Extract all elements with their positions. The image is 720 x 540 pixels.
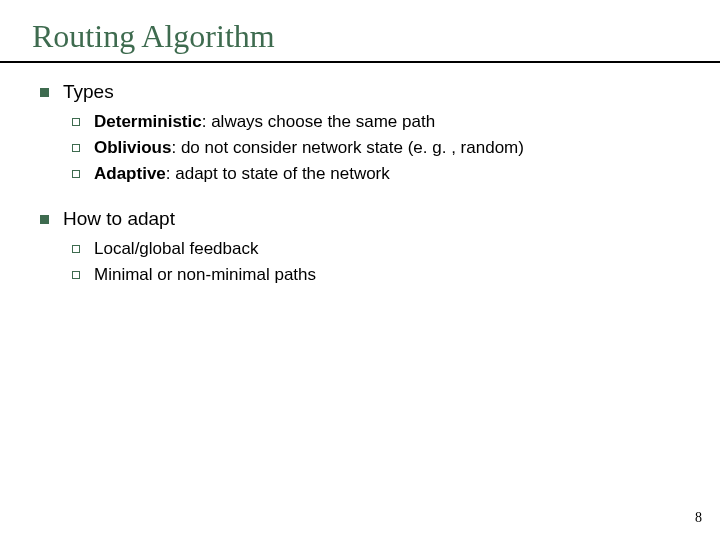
list-item-text: Oblivious: do not consider network state…: [94, 137, 524, 160]
list-item-text: Local/global feedback: [94, 238, 258, 261]
list-item-text: Minimal or non-minimal paths: [94, 264, 316, 287]
sub-list: Local/global feedback Minimal or non-min…: [40, 238, 692, 287]
square-bullet-icon: [40, 88, 49, 97]
item-rest: : do not consider network state (e. g. ,…: [171, 138, 523, 157]
section-header: Types: [40, 81, 692, 103]
section-heading: Types: [63, 81, 114, 103]
list-item: Adaptive: adapt to state of the network: [72, 163, 692, 186]
list-item: Deterministic: always choose the same pa…: [72, 111, 692, 134]
item-rest: : adapt to state of the network: [166, 164, 390, 183]
list-item-text: Deterministic: always choose the same pa…: [94, 111, 435, 134]
item-rest: : always choose the same path: [202, 112, 435, 131]
content-area: Types Deterministic: always choose the s…: [28, 67, 692, 287]
list-item: Oblivious: do not consider network state…: [72, 137, 692, 160]
list-item: Local/global feedback: [72, 238, 692, 261]
item-bold: Deterministic: [94, 112, 202, 131]
item-bold: Oblivious: [94, 138, 171, 157]
slide: Routing Algorithm Types Deterministic: a…: [0, 0, 720, 540]
list-item-text: Adaptive: adapt to state of the network: [94, 163, 390, 186]
page-number: 8: [695, 510, 702, 526]
hollow-square-bullet-icon: [72, 118, 80, 126]
hollow-square-bullet-icon: [72, 271, 80, 279]
sub-list: Deterministic: always choose the same pa…: [40, 111, 692, 186]
item-rest: Local/global feedback: [94, 239, 258, 258]
page-title: Routing Algorithm: [28, 18, 692, 55]
item-rest: Minimal or non-minimal paths: [94, 265, 316, 284]
section-types: Types Deterministic: always choose the s…: [40, 81, 692, 186]
section-adapt: How to adapt Local/global feedback Minim…: [40, 208, 692, 287]
title-divider: [0, 61, 720, 63]
item-bold: Adaptive: [94, 164, 166, 183]
hollow-square-bullet-icon: [72, 170, 80, 178]
section-header: How to adapt: [40, 208, 692, 230]
list-item: Minimal or non-minimal paths: [72, 264, 692, 287]
square-bullet-icon: [40, 215, 49, 224]
hollow-square-bullet-icon: [72, 245, 80, 253]
hollow-square-bullet-icon: [72, 144, 80, 152]
section-heading: How to adapt: [63, 208, 175, 230]
